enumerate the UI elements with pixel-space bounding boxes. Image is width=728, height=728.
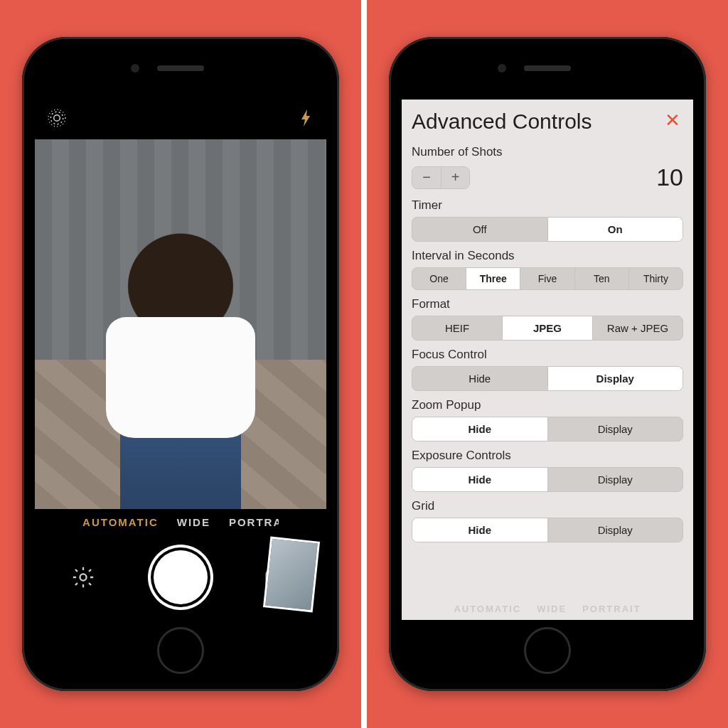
svg-point-2	[48, 109, 65, 127]
format-segmented-option-heif[interactable]: HEIF	[412, 316, 502, 340]
viewfinder-image[interactable]	[35, 139, 326, 509]
earpiece	[524, 65, 571, 71]
shots-label: Number of Shots	[412, 145, 683, 159]
exposure-segmented-option-display[interactable]: Display	[547, 468, 683, 491]
interval-segmented-option-ten[interactable]: Ten	[574, 268, 628, 289]
last-photo-thumbnail[interactable]	[263, 537, 320, 613]
format-segmented[interactable]: HEIFJPEGRaw + JPEG	[412, 316, 683, 341]
proximity-sensor	[131, 64, 139, 73]
interval-segmented-option-five[interactable]: Five	[520, 268, 574, 289]
viewfinder-bottombar	[35, 535, 326, 620]
svg-point-3	[80, 574, 87, 580]
home-button[interactable]	[157, 627, 204, 674]
panel-title: Advanced Controls	[412, 109, 683, 134]
viewfinder-topbar	[35, 100, 326, 139]
zoom-segmented-option-hide[interactable]: Hide	[412, 417, 547, 441]
camera-mode-selector[interactable]: AUTOMATIC WIDE PORTRAIT	[35, 516, 326, 528]
format-label: Format	[412, 297, 683, 311]
mode-portrait[interactable]: PORTRAIT	[229, 516, 279, 528]
zoom-segmented[interactable]: HideDisplay	[412, 417, 683, 441]
exposure-segmented[interactable]: HideDisplay	[412, 467, 683, 492]
exposure-segmented-option-hide[interactable]: Hide	[412, 468, 547, 491]
timer-label: Timer	[412, 198, 683, 213]
svg-point-0	[54, 115, 60, 122]
grid-segmented-option-hide[interactable]: Hide	[412, 518, 547, 542]
proximity-sensor	[498, 64, 506, 73]
shutter-button[interactable]	[154, 550, 208, 604]
shots-stepper[interactable]: − +	[412, 166, 470, 189]
shots-row: − + 10	[412, 164, 683, 191]
format-segmented-option-jpeg[interactable]: JPEG	[502, 316, 592, 340]
live-photo-icon[interactable]	[48, 109, 66, 130]
settings-button[interactable]	[35, 565, 132, 589]
phone-left: AUTOMATIC WIDE PORTRAIT	[22, 37, 339, 691]
interval-segmented[interactable]: OneThreeFiveTenThirty	[412, 267, 683, 290]
mode-automatic[interactable]: AUTOMATIC	[82, 516, 159, 528]
left-half: AUTOMATIC WIDE PORTRAIT	[0, 0, 361, 728]
interval-segmented-option-thirty[interactable]: Thirty	[628, 268, 682, 289]
advanced-controls-panel: Advanced Controls ✕ Number of Shots − + …	[402, 100, 693, 620]
focus-segmented[interactable]: HideDisplay	[412, 366, 683, 391]
interval-label: Interval in Seconds	[412, 249, 683, 263]
divider	[361, 0, 367, 728]
svg-point-1	[50, 112, 63, 124]
zoom-label: Zoom Popup	[412, 398, 683, 412]
shots-decrement[interactable]: −	[412, 167, 441, 188]
focus-label: Focus Control	[412, 348, 683, 362]
interval-segmented-option-one[interactable]: One	[412, 268, 466, 289]
format-segmented-option-raw-+-jpeg[interactable]: Raw + JPEG	[592, 316, 682, 340]
flash-icon[interactable]	[299, 109, 314, 129]
shots-increment[interactable]: +	[441, 167, 469, 188]
settings-screen: Advanced Controls ✕ Number of Shots − + …	[402, 100, 693, 620]
timer-segmented[interactable]: OffOn	[412, 217, 683, 242]
phone-right: Advanced Controls ✕ Number of Shots − + …	[389, 37, 706, 691]
zoom-segmented-option-display[interactable]: Display	[547, 417, 683, 441]
right-half: Advanced Controls ✕ Number of Shots − + …	[367, 0, 728, 728]
timer-segmented-option-on[interactable]: On	[547, 218, 683, 241]
mode-wide[interactable]: WIDE	[177, 516, 210, 528]
shots-value: 10	[656, 164, 683, 191]
home-button[interactable]	[524, 627, 571, 674]
focus-segmented-option-display[interactable]: Display	[547, 367, 683, 390]
grid-segmented-option-display[interactable]: Display	[547, 518, 683, 542]
earpiece	[157, 65, 204, 71]
focus-segmented-option-hide[interactable]: Hide	[412, 367, 547, 390]
grid-label: Grid	[412, 499, 683, 513]
screenshot-canvas: AUTOMATIC WIDE PORTRAIT	[0, 0, 728, 728]
interval-segmented-option-three[interactable]: Three	[466, 268, 520, 289]
close-button[interactable]: ✕	[665, 111, 680, 129]
exposure-label: Exposure Controls	[412, 449, 683, 463]
timer-segmented-option-off[interactable]: Off	[412, 218, 547, 241]
ghost-mode-labels: AUTOMATIC WIDE PORTRAIT	[402, 604, 693, 614]
grid-segmented[interactable]: HideDisplay	[412, 518, 683, 542]
camera-screen: AUTOMATIC WIDE PORTRAIT	[35, 100, 326, 620]
